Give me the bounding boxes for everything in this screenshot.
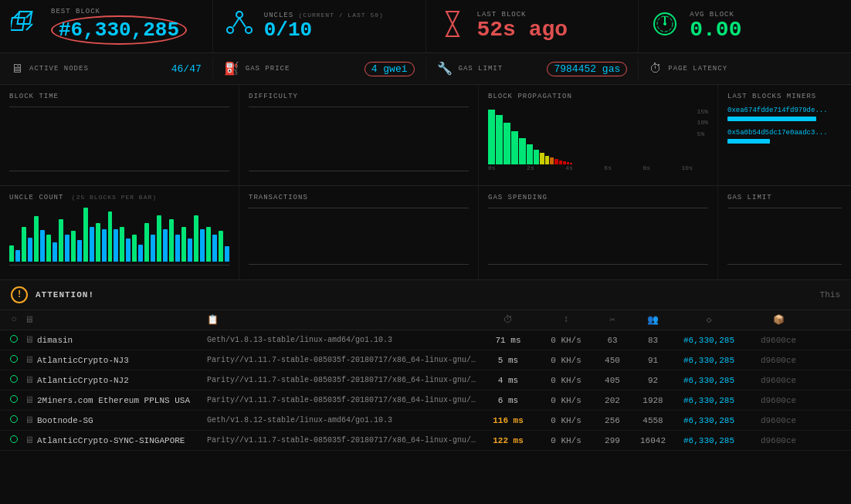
svg-point-6 [227,27,233,33]
uncle-bar [169,219,174,262]
node-bandwidth: 0 KH/s [539,376,593,385]
node-difficulty: 92 [632,376,674,385]
svg-line-8 [233,18,239,27]
node-block: #6,330,285 [674,356,744,365]
uncle-bar [157,215,161,262]
cube-icon [11,8,42,45]
attention-text: This [820,290,840,299]
uncle-bar [59,219,63,262]
monitor-small-icon: 🖥 [25,355,34,366]
latency-icon: ⏱ [649,62,662,76]
miner-entry-1: 0xea674fdde714fd979de... [727,107,842,121]
gas-limit-chart-title: GAS LIMIT [727,194,842,201]
uncles-value: 0/10 [264,19,384,42]
col-name-header [37,314,207,326]
difficulty-title: DIFFICULTY [249,93,469,100]
uncle-bar [200,229,205,262]
status-dot [10,355,18,363]
node-status [6,415,22,425]
node-difficulty: 83 [632,336,674,345]
active-nodes-stat: 🖥 ACTIVE NODES 46/47 [0,58,213,79]
node-screen-icon: 🖥 [22,435,37,446]
attention-icon: ! [11,286,28,303]
top-stats-bar: BEST BLOCK #6,330,285 UNCLES (CURRENT / … [0,0,851,53]
node-rows-container: 🖥 dimasin Geth/v1.8.13-stable/linux-amd6… [0,330,851,451]
node-block: #6,330,285 [674,416,744,425]
table-header: ○ 🖥 📋 ⏱ ↕ ✂ 👥 ◇ 📦 [0,310,851,330]
node-status [6,355,22,365]
gas-limit-icon: 🔧 [437,61,453,76]
node-name: dimasin [37,336,207,345]
uncle-bars-container [9,208,229,262]
node-block: #6,330,285 [674,336,744,345]
miner-addr-1: 0xea674fdde714fd979de... [727,107,842,114]
uncle-bar [212,235,217,262]
node-difficulty: 4558 [632,416,674,425]
uncle-bar [15,250,20,262]
bp-bar [540,153,544,164]
transactions-title: TRANSACTIONS [249,194,469,201]
block-time-chart: BLOCK TIME [0,85,239,185]
table-row[interactable]: 🖥 dimasin Geth/v1.8.13-stable/linux-amd6… [0,330,851,350]
uncle-bar [188,238,192,262]
gas-spending-title: GAS SPENDING [488,194,708,201]
node-name: Bootnode-SG [37,416,207,425]
node-block: #6,330,285 [674,376,744,385]
node-bandwidth: 0 KH/s [539,436,593,445]
table-row[interactable]: 🖥 Bootnode-SG Geth/v1.8.12-stable/linux-… [0,411,851,431]
node-screen-icon: 🖥 [22,374,37,386]
last-block-text: LAST BLOCK 52s ago [477,11,568,42]
avg-block-value: 0.00 [690,19,741,42]
uncle-bar [194,215,198,262]
col-screen-header: 🖥 [22,314,37,326]
node-latency: 71 ms [477,336,539,345]
gas-price-value: 4 gwei [364,62,415,76]
gas-limit-chart: GAS LIMIT [718,186,851,279]
col-block-header: ◇ [674,314,744,326]
last-block-value: 52s ago [477,19,568,42]
table-row[interactable]: 🖥 AtlanticCrypto-NJ2 Parity//v1.11.7-sta… [0,370,851,391]
uncle-bar [34,216,39,262]
monitor-small-icon: 🖥 [25,415,34,426]
node-extra: d9600ce [744,416,813,425]
table-row[interactable]: 🖥 AtlanticCrypto-SYNC-SINGAPORE Parity//… [0,431,851,451]
uncle-bar [108,211,113,262]
gas-price-icon: ⛽ [224,61,239,76]
node-name: AtlanticCrypto-NJ2 [37,376,207,385]
status-dot [10,435,18,443]
svg-line-9 [239,18,246,27]
node-peers: 450 [593,356,632,365]
miner-entry-2: 0x5a0b54d5dc17e0aadc3... [727,129,842,144]
node-status [6,375,22,385]
monitor-small-icon: 🖥 [25,335,34,346]
status-dot [10,335,18,343]
table-row[interactable]: 🖥 2Miners.com Ethereum PPLNS USA Parity/… [0,391,851,411]
difficulty-chart: DIFFICULTY [239,85,479,185]
gas-price-stat: ⛽ GAS PRICE 4 gwei [213,58,426,79]
gas-price-label: GAS PRICE [246,65,290,73]
uncle-bar [219,231,223,262]
node-bandwidth: 0 KH/s [539,396,593,405]
uncle-count-title: UNCLE COUNT (25 BLOCKS PER BAR) [9,194,229,201]
uncle-bar [151,235,155,262]
last-blocks-miners-title: LAST BLOCKS MINERS [727,93,842,100]
node-latency: 116 ms [477,416,539,425]
best-block-value: #6,330,285 [51,15,187,45]
node-screen-icon: 🖥 [22,354,37,366]
page-latency-stat: ⏱ PAGE LATENCY [639,58,851,79]
attention-label: ATTENTION! [36,290,94,299]
hourglass-icon [437,8,468,45]
node-block: #6,330,285 [674,396,744,405]
uncle-bar [77,240,82,262]
bp-bar [511,131,518,165]
node-peers: 405 [593,376,632,385]
uncle-bar [102,229,107,262]
last-blocks-miners: LAST BLOCKS MINERS 0xea674fdde714fd979de… [718,85,851,185]
table-row[interactable]: 🖥 AtlanticCrypto-NJ3 Parity//v1.11.7-sta… [0,350,851,370]
bp-bar [534,150,539,165]
svg-point-15 [663,22,666,25]
avg-block-text: AVG BLOCK 0.00 [690,11,741,42]
uncle-bar [96,223,100,262]
uncle-bar [181,227,186,262]
uncle-bar [206,227,211,262]
